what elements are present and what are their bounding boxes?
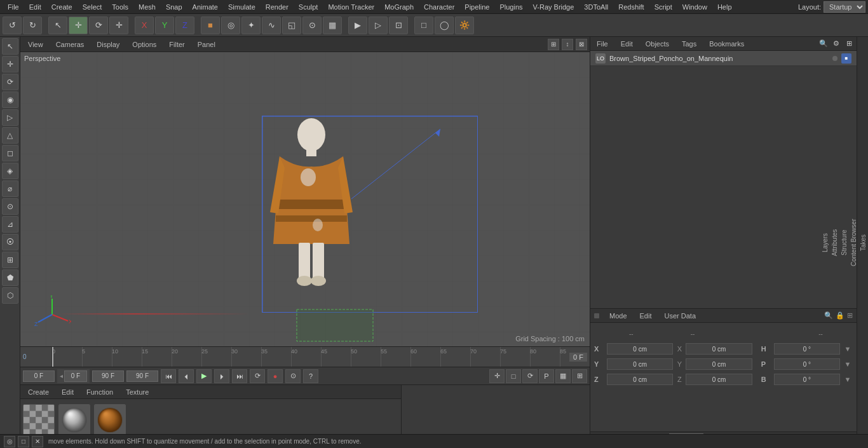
menu-tools[interactable]: Tools [107, 2, 133, 12]
field-button[interactable]: ▦ [323, 17, 342, 34]
obj-objects-btn[interactable]: Objects [642, 39, 673, 49]
status-icon-close[interactable]: ✕ [32, 436, 43, 447]
menu-3dtoall[interactable]: 3DToAll [579, 2, 613, 12]
attr-tab-userdata[interactable]: User Data [661, 311, 700, 321]
move-tool-button[interactable]: ✛ [69, 17, 88, 34]
menu-character[interactable]: Character [419, 2, 459, 12]
start-frame-field[interactable] [23, 370, 55, 382]
play-btn[interactable]: ▶ [196, 369, 212, 383]
attr-y-pos[interactable]: 0 cm [607, 358, 673, 370]
camera-button[interactable]: ◎ [221, 17, 240, 34]
layout-dropdown[interactable]: Startup [824, 1, 865, 13]
next-frame-btn[interactable]: ⏵ [214, 369, 229, 383]
goto-end-btn[interactable]: ⏭ [232, 369, 247, 383]
menu-script[interactable]: Script [649, 2, 677, 12]
tab-takes[interactable]: Takes [858, 37, 868, 448]
end-frame-field2[interactable] [126, 370, 158, 382]
mat-tab-texture[interactable]: Texture [121, 387, 154, 397]
playback-ctrl4[interactable]: P [539, 369, 554, 383]
lt-paint-btn[interactable]: ⊞ [2, 252, 18, 268]
end-frame-field[interactable] [92, 370, 124, 382]
lt-select-btn[interactable]: ↖ [2, 38, 18, 55]
menu-snap[interactable]: Snap [161, 2, 187, 12]
floor-button[interactable]: □ [414, 17, 433, 34]
vp-tab-cameras[interactable]: Cameras [51, 39, 90, 50]
playback-ctrl6[interactable]: ⊞ [572, 369, 587, 383]
z-axis-button[interactable]: Z [175, 17, 194, 34]
render-region-button[interactable]: ▷ [369, 17, 388, 34]
attr-tab-edit[interactable]: Edit [636, 311, 656, 321]
nurbs-button[interactable]: ◱ [282, 17, 301, 34]
lt-point-btn[interactable]: ◻ [2, 145, 18, 161]
attr-z-pos[interactable]: 0 cm [607, 374, 673, 385]
select-tool-button[interactable]: ↖ [48, 17, 67, 34]
playback-ctrl5[interactable]: ▦ [555, 369, 571, 383]
light2-button[interactable]: 🔆 [455, 17, 474, 34]
vp-tab-options[interactable]: Options [127, 39, 161, 50]
menu-redshift[interactable]: Redshift [613, 2, 649, 12]
mat-tab-edit[interactable]: Edit [57, 387, 79, 397]
lt-polygon-btn[interactable]: ▷ [2, 109, 18, 126]
goto-start-btn[interactable]: ⏮ [161, 369, 176, 383]
undo-button[interactable]: ↺ [3, 17, 22, 34]
mat-tab-create[interactable]: Create [23, 387, 54, 397]
lt-wrap-btn[interactable]: ⬡ [2, 287, 18, 304]
lt-scale-btn[interactable]: ◉ [2, 92, 18, 108]
lt-pen-btn[interactable]: ⊿ [2, 216, 18, 233]
mat-tab-function[interactable]: Function [81, 387, 118, 397]
menu-vray-bridge[interactable]: V-Ray Bridge [528, 2, 580, 12]
vp-tab-view[interactable]: View [23, 39, 48, 50]
vp-ctrl-move[interactable]: ↕ [562, 39, 573, 50]
loop-btn[interactable]: ⟳ [250, 369, 265, 383]
vp-ctrl-lock[interactable]: ⊠ [576, 39, 587, 50]
current-frame-field[interactable] [64, 370, 87, 382]
menu-edit[interactable]: Edit [24, 2, 46, 12]
menu-select[interactable]: Select [78, 2, 107, 12]
prev-frame-btn[interactable]: ⏴ [179, 369, 194, 383]
lt-edge-btn[interactable]: △ [2, 127, 18, 144]
playback-ctrl1[interactable]: ✛ [489, 369, 505, 383]
menu-help[interactable]: Help [712, 2, 737, 12]
vp-tab-filter[interactable]: Filter [164, 39, 189, 50]
tab-structure[interactable]: Structure [839, 37, 849, 448]
playback-ctrl3[interactable]: ⟳ [522, 369, 538, 383]
menu-motion-tracker[interactable]: Motion Tracker [323, 2, 379, 12]
obj-tags-btn[interactable]: Tags [678, 39, 700, 49]
obj-bookmarks-btn[interactable]: Bookmarks [705, 39, 748, 49]
render-settings-button[interactable]: ⊡ [389, 17, 408, 34]
menu-sculpt[interactable]: Sculpt [294, 2, 323, 12]
menu-window[interactable]: Window [677, 2, 712, 12]
tab-attributes[interactable]: Attributes [830, 37, 839, 448]
viewport[interactable]: Perspective [20, 52, 590, 346]
menu-pipeline[interactable]: Pipeline [459, 2, 494, 12]
obj-row[interactable]: LO Brown_Striped_Poncho_on_Mannequin ■ [590, 51, 857, 66]
obj-file-btn[interactable]: File [593, 39, 612, 49]
redo-button[interactable]: ↻ [23, 17, 42, 34]
lt-knife-btn[interactable]: ⊙ [2, 198, 18, 215]
playback-ctrl2[interactable]: □ [506, 369, 521, 383]
render-button[interactable]: ▶ [348, 17, 367, 34]
status-icon-circle[interactable]: ◎ [4, 436, 15, 447]
lt-rotate-btn[interactable]: ⟳ [2, 74, 18, 90]
scale-tool-button[interactable]: ✛ [109, 17, 128, 34]
vp-ctrl-expand[interactable]: ⊞ [548, 39, 559, 50]
record-btn[interactable]: ● [268, 369, 283, 383]
menu-create[interactable]: Create [46, 2, 78, 12]
vp-tab-display[interactable]: Display [92, 39, 125, 50]
lt-rivet-btn[interactable]: ⬟ [2, 269, 18, 286]
x-axis-button[interactable]: X [135, 17, 154, 34]
menu-simulate[interactable]: Simulate [223, 2, 261, 12]
tab-content-browser[interactable]: Content Browser [849, 37, 858, 448]
spline-button[interactable]: ∿ [262, 17, 281, 34]
help-btn[interactable]: ? [303, 369, 318, 383]
attr-x-pos[interactable]: 0 cm [607, 343, 673, 355]
menu-plugins[interactable]: Plugins [494, 2, 527, 12]
menu-animate[interactable]: Animate [187, 2, 223, 12]
attr-tab-mode[interactable]: Mode [606, 311, 631, 321]
obj-edit-btn[interactable]: Edit [617, 39, 637, 49]
attr-y-size[interactable]: 0 cm [686, 358, 752, 370]
lt-model-btn[interactable]: ◈ [2, 163, 18, 179]
lt-move-btn[interactable]: ✛ [2, 56, 18, 72]
menu-file[interactable]: File [3, 2, 24, 12]
y-axis-button[interactable]: Y [155, 17, 174, 34]
